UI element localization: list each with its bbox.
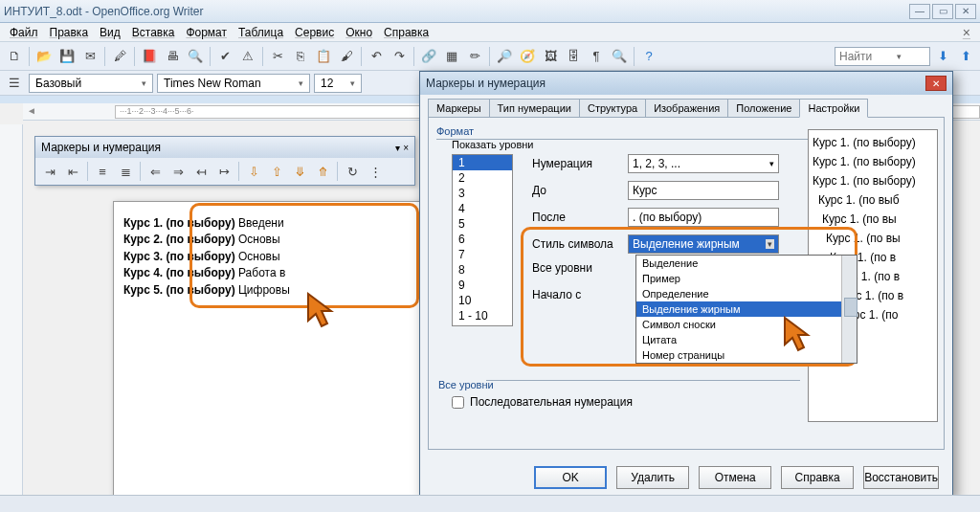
email-icon[interactable]: ✉ <box>79 46 100 67</box>
opt-example[interactable]: Пример <box>636 271 857 286</box>
find-input[interactable] <box>839 50 897 63</box>
opt-footnote[interactable]: Символ сноски <box>636 317 857 332</box>
move-down2-icon[interactable]: ⤋ <box>289 161 310 182</box>
level-7[interactable]: 7 <box>453 247 512 262</box>
close-button[interactable]: ✕ <box>955 4 976 19</box>
promote-icon[interactable]: ⇤ <box>62 161 83 182</box>
bullets-icon[interactable]: ⋮ <box>365 161 386 182</box>
find-up-icon[interactable]: ⬆ <box>955 46 976 67</box>
menu-window[interactable]: Окно <box>340 24 378 41</box>
arrow-right-icon[interactable]: ⇒ <box>167 161 189 182</box>
panel-titlebar[interactable]: Маркеры и нумерация ▾ × <box>35 137 414 158</box>
minimize-button[interactable]: — <box>909 4 930 19</box>
level-6[interactable]: 6 <box>453 232 512 247</box>
level-4[interactable]: 4 <box>453 201 512 216</box>
tab-markers[interactable]: Маркеры <box>428 99 490 117</box>
level-1[interactable]: 1 <box>453 155 512 170</box>
font-size-select[interactable]: 12▾ <box>314 74 362 93</box>
charstyle-dropdown[interactable]: Выделение Пример Определение Выделение ж… <box>635 255 858 364</box>
opt-definition[interactable]: Определение <box>636 286 857 301</box>
menu-table[interactable]: Таблица <box>233 24 289 41</box>
pdf-icon[interactable]: 📕 <box>139 46 160 67</box>
levels-listbox[interactable]: 1 2 3 4 5 6 7 8 9 10 1 - 10 <box>452 154 513 326</box>
styles-icon[interactable]: ☰ <box>4 73 25 94</box>
opt-quote[interactable]: Цитата <box>636 332 857 347</box>
menu-help[interactable]: Справка <box>378 24 434 41</box>
level-10[interactable]: 10 <box>453 293 512 308</box>
link-icon[interactable]: 🔗 <box>418 46 439 67</box>
autocheck-icon[interactable]: ⚠ <box>237 46 258 67</box>
nonprint-icon[interactable]: ¶ <box>586 46 607 67</box>
datasource-icon[interactable]: 🗄 <box>563 46 584 67</box>
level-2[interactable]: 2 <box>453 170 512 186</box>
arrow-rright-icon[interactable]: ↦ <box>213 161 234 182</box>
opt-highlight[interactable]: Выделение <box>636 256 857 271</box>
save-icon[interactable]: 💾 <box>56 46 78 67</box>
arrow-left-icon[interactable]: ⇐ <box>145 161 166 182</box>
restore-button[interactable]: Восстановить <box>863 466 939 489</box>
tab-numtype[interactable]: Тип нумерации <box>489 99 580 117</box>
tab-structure[interactable]: Структура <box>579 99 646 117</box>
level-all[interactable]: 1 - 10 <box>453 308 512 323</box>
gallery-icon[interactable]: 🖼 <box>540 46 561 67</box>
list-icon[interactable]: ≡ <box>92 161 113 182</box>
move-up2-icon[interactable]: ⤊ <box>312 161 333 182</box>
arrow-lleft-icon[interactable]: ↤ <box>190 161 212 182</box>
font-name-select[interactable]: Times New Roman▾ <box>157 74 310 93</box>
spellcheck-icon[interactable]: ✔ <box>214 46 235 67</box>
menu-insert[interactable]: Вставка <box>126 24 181 41</box>
panel-pin-icon[interactable]: ▾ × <box>395 143 409 153</box>
open-icon[interactable]: 📂 <box>33 46 55 67</box>
move-up-icon[interactable]: ⇧ <box>266 161 287 182</box>
paste-icon[interactable]: 📋 <box>313 46 334 67</box>
maximize-button[interactable]: ▭ <box>932 4 953 19</box>
after-input[interactable]: . (по выбору) <box>628 208 779 227</box>
undo-icon[interactable]: ↶ <box>366 46 387 67</box>
level-5[interactable]: 5 <box>453 216 512 232</box>
sequential-checkbox[interactable] <box>452 396 464 409</box>
menu-edit[interactable]: Правка <box>44 24 95 41</box>
paragraph-style-select[interactable]: Базовый▾ <box>29 74 153 93</box>
level-9[interactable]: 9 <box>453 278 512 293</box>
dialog-close-button[interactable]: ✕ <box>925 76 947 91</box>
level-3[interactable]: 3 <box>453 186 512 201</box>
doc-close-icon[interactable]: × <box>957 25 976 40</box>
find-down-icon[interactable]: ⬇ <box>932 46 953 67</box>
edit-icon[interactable]: 🖉 <box>109 46 130 67</box>
table-icon[interactable]: ▦ <box>441 46 462 67</box>
numbering-select[interactable]: 1, 2, 3, ...▾ <box>628 154 779 173</box>
copy-icon[interactable]: ⎘ <box>290 46 311 67</box>
find-icon[interactable]: 🔎 <box>494 46 515 67</box>
zoom-icon[interactable]: 🔍 <box>609 46 630 67</box>
help-button[interactable]: Справка <box>781 466 854 489</box>
opt-pagenum[interactable]: Номер страницы <box>636 347 857 363</box>
new-icon[interactable]: 🗋 <box>4 46 25 67</box>
menu-tools[interactable]: Сервис <box>289 24 340 41</box>
tab-images[interactable]: Изображения <box>645 99 728 117</box>
cut-icon[interactable]: ✂ <box>267 46 288 67</box>
move-down-icon[interactable]: ⇩ <box>243 161 264 182</box>
restart-icon[interactable]: ↻ <box>342 161 363 182</box>
cancel-button[interactable]: Отмена <box>699 466 771 489</box>
demote-icon[interactable]: ⇥ <box>39 161 60 182</box>
find-field[interactable]: ▾ <box>835 47 930 66</box>
menu-format[interactable]: Формат <box>180 24 233 41</box>
draw-icon[interactable]: ✏ <box>464 46 485 67</box>
bullets-toolbar-panel[interactable]: Маркеры и нумерация ▾ × ⇥ ⇤ ≡ ≣ ⇐ ⇒ ↤ ↦ … <box>34 136 415 186</box>
delete-button[interactable]: Удалить <box>616 466 689 489</box>
print-icon[interactable]: 🖶 <box>162 46 183 67</box>
ok-button[interactable]: OK <box>534 466 607 489</box>
opt-bold-highlight[interactable]: Выделение жирным <box>636 301 857 317</box>
charstyle-select[interactable]: Выделение жирным▾ <box>628 234 779 254</box>
level-8[interactable]: 8 <box>453 262 512 278</box>
brush-icon[interactable]: 🖌 <box>336 46 357 67</box>
menu-view[interactable]: Вид <box>94 24 126 41</box>
dropdown-scrollbar[interactable] <box>841 256 857 363</box>
before-input[interactable]: Курс <box>628 181 779 200</box>
help-icon[interactable]: ? <box>638 46 659 67</box>
redo-icon[interactable]: ↷ <box>389 46 410 67</box>
tab-settings[interactable]: Настройки <box>799 99 868 118</box>
tab-position[interactable]: Положение <box>727 99 800 117</box>
menu-file[interactable]: Файл <box>4 24 44 41</box>
dialog-titlebar[interactable]: Маркеры и нумерация ✕ <box>420 72 952 95</box>
